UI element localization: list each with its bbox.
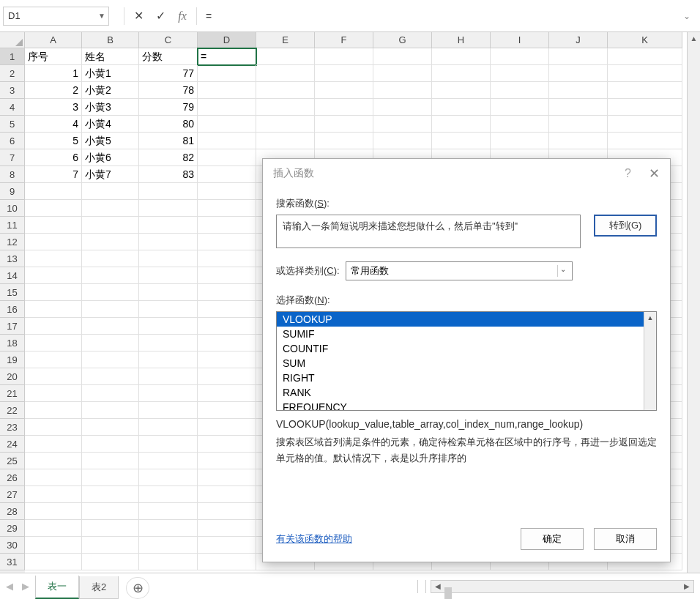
row-header[interactable]: 21 [0,385,25,402]
cell[interactable] [198,183,256,200]
cell[interactable] [198,133,256,149]
cell[interactable] [82,250,139,267]
col-header-D[interactable]: D [198,32,256,48]
cell[interactable] [198,149,256,166]
col-header-A[interactable]: A [25,32,82,48]
cell[interactable] [491,116,549,133]
cell[interactable]: 小黄2 [82,82,139,99]
cell[interactable] [608,133,682,149]
cell[interactable] [198,250,256,267]
row-header[interactable]: 29 [0,520,25,537]
cell[interactable] [82,554,139,570]
cell[interactable] [139,537,198,554]
cell[interactable] [82,385,139,402]
row-header[interactable]: 9 [0,183,25,200]
row-header[interactable]: 31 [0,554,25,570]
row-header[interactable]: 4 [0,99,25,116]
name-box[interactable]: D1 ▼ [3,7,109,26]
cell[interactable] [198,351,256,368]
cell[interactable] [82,368,139,385]
row-header[interactable]: 7 [0,149,25,166]
cell[interactable] [25,537,82,554]
cell[interactable] [198,284,256,301]
cell[interactable]: 3 [25,99,82,116]
col-header-C[interactable]: C [139,32,198,48]
cell[interactable] [373,48,432,65]
expand-formula-icon[interactable]: ⌄ [679,11,694,21]
function-list-item[interactable]: SUM [277,356,656,371]
row-header[interactable]: 16 [0,301,25,318]
cell[interactable] [139,453,198,469]
cell[interactable] [198,469,256,486]
cell[interactable] [198,554,256,570]
cell[interactable] [198,318,256,335]
cell[interactable] [256,82,315,99]
cell[interactable] [549,65,608,82]
cell[interactable]: 5 [25,133,82,149]
row-header[interactable]: 23 [0,419,25,436]
search-function-input[interactable]: 请输入一条简短说明来描述您想做什么，然后单击"转到" [276,215,581,248]
cell[interactable] [139,234,198,250]
cell[interactable] [139,267,198,284]
cell[interactable] [608,65,682,82]
col-header-E[interactable]: E [256,32,315,48]
ok-button[interactable]: 确定 [521,528,584,550]
cell[interactable]: 姓名 [82,48,139,65]
cell[interactable] [25,267,82,284]
cell[interactable] [315,133,373,149]
cell[interactable] [432,116,491,133]
cell[interactable] [82,234,139,250]
cell[interactable]: 1 [25,65,82,82]
function-help-link[interactable]: 有关该函数的帮助 [276,532,352,546]
row-header[interactable]: 8 [0,166,25,183]
cell[interactable]: 小黄4 [82,116,139,133]
cell[interactable] [198,486,256,503]
cell[interactable] [82,402,139,419]
cell[interactable] [25,200,82,217]
vertical-scrollbar[interactable]: ▲ [687,32,700,573]
cell[interactable] [256,116,315,133]
cell[interactable]: 77 [139,65,198,82]
cell[interactable] [432,133,491,149]
row-header[interactable]: 28 [0,503,25,520]
cell[interactable]: 80 [139,116,198,133]
cell[interactable] [198,537,256,554]
cell[interactable] [198,385,256,402]
cell[interactable] [82,183,139,200]
row-header[interactable]: 2 [0,65,25,82]
cell[interactable] [256,99,315,116]
new-sheet-button[interactable]: ⊕ [126,577,149,599]
help-icon[interactable]: ? [625,167,631,180]
function-list-item[interactable]: RANK [277,385,656,400]
cell[interactable] [315,65,373,82]
cell[interactable] [549,116,608,133]
row-header[interactable]: 30 [0,537,25,554]
cell[interactable] [198,520,256,537]
cell[interactable]: 小黄1 [82,65,139,82]
cell[interactable] [198,335,256,351]
cell[interactable] [549,99,608,116]
cell[interactable] [139,554,198,570]
cell[interactable] [491,65,549,82]
cell[interactable] [139,520,198,537]
cell[interactable] [608,48,682,65]
cell[interactable] [82,503,139,520]
row-header[interactable]: 1 [0,48,25,65]
select-all-corner[interactable] [0,32,25,48]
cell[interactable] [25,284,82,301]
sheet-tab-active[interactable]: 表一 [35,576,79,599]
cell[interactable] [25,554,82,570]
cell[interactable] [82,419,139,436]
cell[interactable] [373,133,432,149]
cell[interactable] [25,335,82,351]
cell[interactable]: 83 [139,166,198,183]
cell[interactable]: 小黄5 [82,133,139,149]
row-header[interactable]: 25 [0,453,25,469]
cell[interactable] [491,99,549,116]
col-header-J[interactable]: J [549,32,608,48]
sheet-tab-inactive[interactable]: 表2 [79,576,119,599]
sheet-nav-next-icon[interactable]: ▶ [22,581,29,592]
cell[interactable]: 小黄3 [82,99,139,116]
cell[interactable] [25,419,82,436]
row-header[interactable]: 6 [0,133,25,149]
